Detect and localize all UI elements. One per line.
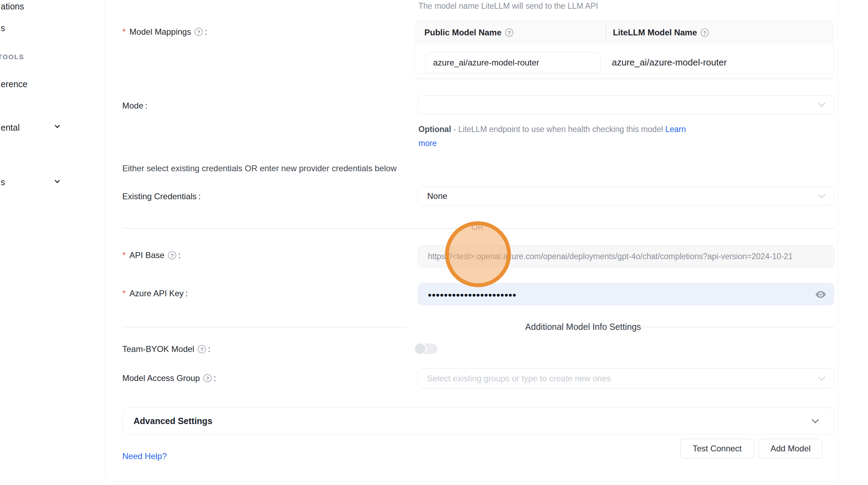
- mode-label: Mode :: [122, 101, 148, 111]
- or-divider-text: OR: [466, 223, 489, 232]
- required-asterisk: *: [122, 27, 125, 37]
- chevron-down-icon: [818, 374, 825, 381]
- advanced-settings-panel[interactable]: Advanced Settings: [122, 408, 834, 435]
- chevron-down-icon[interactable]: [55, 123, 60, 129]
- sidebar-item-inference[interactable]: erence: [1, 79, 27, 89]
- model-access-group-select[interactable]: Select existing groups or type to create…: [418, 368, 834, 389]
- public-model-name-input[interactable]: [425, 52, 601, 73]
- divider: [415, 78, 834, 79]
- chevron-down-icon: [818, 100, 825, 107]
- toggle-knob: [415, 344, 425, 354]
- sidebar-item-settings[interactable]: s: [1, 177, 5, 187]
- additional-settings-divider-title: Additional Model Info Settings: [478, 322, 688, 332]
- api-base-label: * API Base ? :: [122, 250, 180, 260]
- existing-credentials-select[interactable]: None: [418, 187, 834, 206]
- model-mappings-table-header: Public Model Name ? LiteLLM Model Name ?: [415, 21, 834, 44]
- add-model-form: The model name LiteLLM will send to the …: [105, 0, 838, 485]
- litellm-model-name-value: azure_ai/azure-model-router: [612, 57, 727, 68]
- section-divider-line: [122, 327, 407, 327]
- chevron-down-icon: [812, 416, 819, 423]
- mode-select[interactable]: [418, 95, 834, 114]
- team-byok-label: Team-BYOK Model ? :: [122, 344, 210, 354]
- model-name-help-text: The model name LiteLLM will send to the …: [418, 1, 598, 11]
- model-mappings-label: * Model Mappings ? :: [122, 27, 207, 37]
- need-help-link[interactable]: Need Help?: [122, 451, 167, 461]
- chevron-down-icon: [818, 191, 825, 198]
- column-header-public-model-name: Public Model Name ?: [415, 21, 606, 44]
- team-byok-toggle[interactable]: [415, 344, 437, 354]
- api-base-input[interactable]: [418, 245, 834, 268]
- test-connect-button[interactable]: Test Connect: [680, 439, 754, 458]
- column-header-litellm-model-name: LiteLLM Model Name ?: [606, 25, 709, 40]
- model-mappings-table: Public Model Name ? LiteLLM Model Name ?…: [415, 20, 834, 74]
- required-asterisk: *: [122, 289, 125, 298]
- add-model-button[interactable]: Add Model: [759, 439, 822, 458]
- help-question-icon[interactable]: ?: [194, 28, 203, 36]
- help-question-icon[interactable]: ?: [198, 345, 206, 353]
- required-asterisk: *: [122, 250, 125, 260]
- eye-icon[interactable]: [815, 289, 826, 300]
- help-question-icon[interactable]: ?: [168, 251, 176, 259]
- mode-help-text: Optional - LiteLLM endpoint to use when …: [418, 122, 702, 150]
- help-question-icon[interactable]: ?: [505, 28, 513, 37]
- azure-api-key-input[interactable]: ••••••••••••••••••••••: [418, 283, 834, 305]
- sidebar-item-experimental[interactable]: ental: [1, 123, 20, 133]
- sidebar-item-organizations[interactable]: ations: [1, 1, 24, 12]
- chevron-down-icon[interactable]: [55, 178, 60, 183]
- sidebar-item-models[interactable]: s: [1, 23, 5, 33]
- azure-api-key-label: * Azure API Key :: [122, 289, 188, 298]
- sidebar-section-tools: TOOLS: [0, 53, 24, 61]
- help-question-icon[interactable]: ?: [203, 374, 212, 382]
- masked-api-key-value: ••••••••••••••••••••••: [418, 287, 517, 301]
- model-access-group-label: Model Access Group ? :: [122, 373, 216, 383]
- existing-credentials-label: Existing Credentials :: [122, 192, 201, 201]
- sidebar: ations s TOOLS erence ental s: [0, 0, 104, 485]
- help-question-icon[interactable]: ?: [700, 28, 709, 37]
- credentials-note: Either select existing credentials OR en…: [122, 164, 397, 173]
